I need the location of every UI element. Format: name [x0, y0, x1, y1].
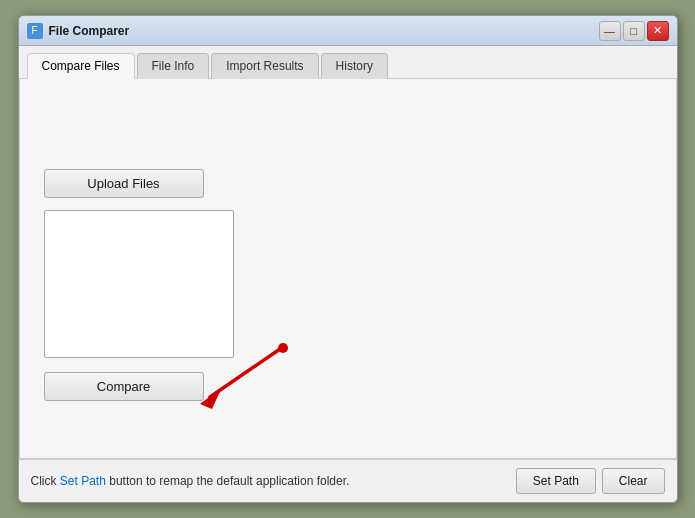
main-window: F File Comparer — □ ✕ Compare Files File…: [18, 15, 678, 503]
tab-history[interactable]: History: [321, 53, 388, 79]
maximize-button[interactable]: □: [623, 21, 645, 41]
clear-button[interactable]: Clear: [602, 468, 665, 494]
tab-file-info[interactable]: File Info: [137, 53, 210, 79]
status-link-word: Set Path: [60, 474, 106, 488]
svg-point-2: [278, 343, 288, 353]
app-icon: F: [27, 23, 43, 39]
minimize-button[interactable]: —: [599, 21, 621, 41]
file-list-box: [44, 210, 234, 358]
title-buttons: — □ ✕: [599, 21, 669, 41]
close-button[interactable]: ✕: [647, 21, 669, 41]
title-bar: F File Comparer — □ ✕: [19, 16, 677, 46]
title-bar-left: F File Comparer: [27, 23, 130, 39]
tab-compare-files[interactable]: Compare Files: [27, 53, 135, 79]
window-title: File Comparer: [49, 24, 130, 38]
status-bar: Click Set Path button to remap the defau…: [19, 459, 677, 502]
compare-button[interactable]: Compare: [44, 372, 204, 401]
set-path-button[interactable]: Set Path: [516, 468, 596, 494]
app-icon-letter: F: [31, 25, 37, 36]
upload-files-button[interactable]: Upload Files: [44, 169, 204, 198]
main-content: Upload Files Compare: [19, 79, 677, 459]
status-buttons: Set Path Clear: [516, 468, 665, 494]
tabs-bar: Compare Files File Info Import Results H…: [19, 46, 677, 79]
tab-import-results[interactable]: Import Results: [211, 53, 318, 79]
status-message: Click Set Path button to remap the defau…: [31, 474, 506, 488]
